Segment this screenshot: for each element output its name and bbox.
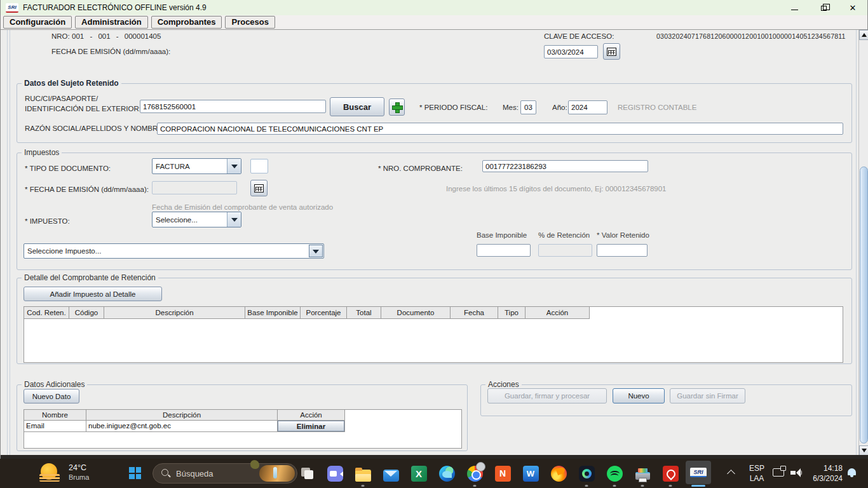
weather-widget[interactable]: 24°C Bruma (38, 461, 89, 484)
calendar-button[interactable] (603, 43, 620, 60)
printer-icon[interactable] (628, 459, 656, 488)
ruc-label-line2: IDENTIFICACIÓN DEL EXTERIOR: (25, 105, 141, 112)
clock-time: 14:18 (804, 463, 843, 473)
word-icon[interactable] (517, 459, 545, 488)
row-nombre[interactable]: Email (24, 421, 86, 432)
detalle-col-cod-reten[interactable]: Cod. Reten. (24, 307, 69, 319)
plus-icon (392, 102, 402, 112)
minimize-button[interactable] (780, 0, 809, 15)
acrobat-icon[interactable] (656, 459, 684, 488)
network-icon[interactable] (773, 468, 784, 477)
notification-bell-icon[interactable] (848, 468, 856, 475)
close-button[interactable]: ✕ (838, 0, 867, 15)
impuesto-value: Seleccione... (153, 212, 227, 227)
printer-glyph (635, 468, 651, 482)
chrome-icon[interactable] (461, 459, 489, 488)
buscar-button[interactable]: Buscar (330, 97, 384, 116)
calendar-button[interactable] (250, 180, 268, 196)
detalle-col-total[interactable]: Total (347, 307, 381, 319)
sri-logo-icon: SRI (6, 3, 18, 13)
language-indicator[interactable]: ESP LAA (745, 463, 769, 484)
task-view-icon[interactable] (293, 459, 321, 488)
ruc-input[interactable] (140, 100, 326, 113)
group-acciones: Acciones Guardar, firmar y procesar Nuev… (480, 384, 852, 416)
calendar-icon (607, 48, 616, 56)
row-descripcion[interactable]: nube.iniguez@cnt.gob.ec (86, 421, 278, 432)
base-imponible-input[interactable] (477, 244, 531, 257)
tray-expand-icon[interactable] (727, 470, 735, 478)
scroll-up-button[interactable] (859, 30, 868, 40)
adicionales-table-header: NombreDescripciónAcción (24, 410, 461, 421)
acrobat-glyph (663, 466, 679, 482)
clock-date: 6/3/2024 (804, 473, 843, 484)
detalle-col-documento[interactable]: Documento (381, 307, 451, 319)
group-impuestos: Impuestos * TIPO DE DOCUMENTO: FACTURA *… (17, 152, 852, 270)
razon-social-input[interactable] (157, 123, 843, 135)
impuesto-detalle-select[interactable]: Seleccione Impuesto... (24, 243, 324, 259)
edge-icon[interactable] (433, 459, 461, 488)
clock[interactable]: 14:18 6/3/2024 (804, 463, 843, 484)
row-accion-cell: Eliminar (278, 421, 345, 432)
tipo-documento-select[interactable]: FACTURA (152, 158, 241, 174)
nuevo-dato-button[interactable]: Nuevo Dato (24, 389, 79, 403)
file-explorer-icon[interactable] (349, 459, 377, 488)
clave-acceso-label: CLAVE DE ACCESO: (544, 32, 614, 40)
valor-retenido-input[interactable] (597, 244, 648, 257)
nitro-pdf-icon[interactable] (489, 459, 517, 488)
nro-comprobante-input[interactable] (482, 160, 648, 172)
search-box[interactable]: Búsqueda (153, 463, 297, 484)
mail-icon[interactable] (377, 459, 405, 488)
weather-temperature: 24°C (69, 463, 89, 473)
eliminar-button[interactable]: Eliminar (278, 421, 344, 431)
fecha-emision-input[interactable] (544, 45, 598, 58)
scrollbar-thumb[interactable] (860, 166, 868, 444)
group-title: Datos del Sujeto Retenido (22, 79, 121, 88)
retencion-label: % de Retención (538, 231, 590, 239)
arrow-up-icon (862, 30, 867, 37)
webex-icon[interactable] (573, 459, 600, 488)
form-content: NRO: 001 - 001 - 000001405 CLAVE DE ACCE… (1, 30, 868, 455)
panel-edge-line (10, 30, 10, 455)
menu-item-procesos[interactable]: Procesos (225, 16, 275, 29)
detalle-col-tipo[interactable]: Tipo (498, 307, 526, 319)
mes-input[interactable] (520, 100, 536, 114)
detalle-col-accion[interactable]: Acción (526, 307, 590, 319)
detalle-col-codigo[interactable]: Código (69, 307, 104, 319)
document-code-box[interactable] (250, 159, 268, 173)
chrome-glyph (467, 466, 483, 482)
firefox-icon[interactable] (545, 459, 573, 488)
impuesto-detalle-value: Seleccione Impuesto... (24, 244, 308, 258)
detalle-col-fecha[interactable]: Fecha (451, 307, 498, 319)
search-icon (161, 468, 171, 478)
sri-icon[interactable]: SRI (684, 459, 712, 488)
nuevo-button[interactable]: Nuevo (613, 388, 665, 403)
adicionales-col-accion[interactable]: Acción (278, 410, 345, 421)
excel-icon[interactable] (405, 459, 433, 488)
running-indicator (585, 485, 588, 487)
tipo-documento-label: * TIPO DE DOCUMENTO: (25, 165, 111, 172)
vertical-scrollbar[interactable] (858, 30, 868, 456)
menu-item-configuracion[interactable]: Configuración (3, 16, 72, 29)
webex-glyph (579, 466, 595, 482)
anadir-impuesto-button[interactable]: Añadir Impuesto al Detalle (24, 287, 162, 301)
detalle-col-porcentaje[interactable]: Porcentaje (301, 307, 347, 319)
adicionales-col-descripcion[interactable]: Descripción (86, 410, 278, 421)
menu-item-administracion[interactable]: Administración (75, 16, 148, 29)
spotify-icon[interactable] (600, 459, 628, 488)
anio-input[interactable] (568, 100, 607, 114)
group-title: Detalle del Comprobante de Retención (22, 273, 158, 282)
volume-icon[interactable] (790, 468, 801, 477)
chat-glyph (327, 466, 343, 482)
chat-icon[interactable] (321, 459, 349, 488)
detalle-col-descripcion[interactable]: Descripción (104, 307, 245, 319)
detalle-col-base-imponible[interactable]: Base Imponible (245, 307, 301, 319)
running-indicator (362, 485, 365, 487)
add-sujeto-button[interactable] (389, 98, 405, 116)
restore-button[interactable] (809, 0, 838, 15)
adicionales-col-nombre[interactable]: Nombre (24, 410, 86, 421)
scroll-down-button[interactable] (859, 445, 868, 456)
menu-item-comprobantes[interactable]: Comprobantes (151, 16, 222, 29)
start-button[interactable] (129, 467, 141, 479)
impuesto-select[interactable]: Seleccione... (152, 212, 241, 227)
sri-glyph: SRI (686, 461, 711, 484)
